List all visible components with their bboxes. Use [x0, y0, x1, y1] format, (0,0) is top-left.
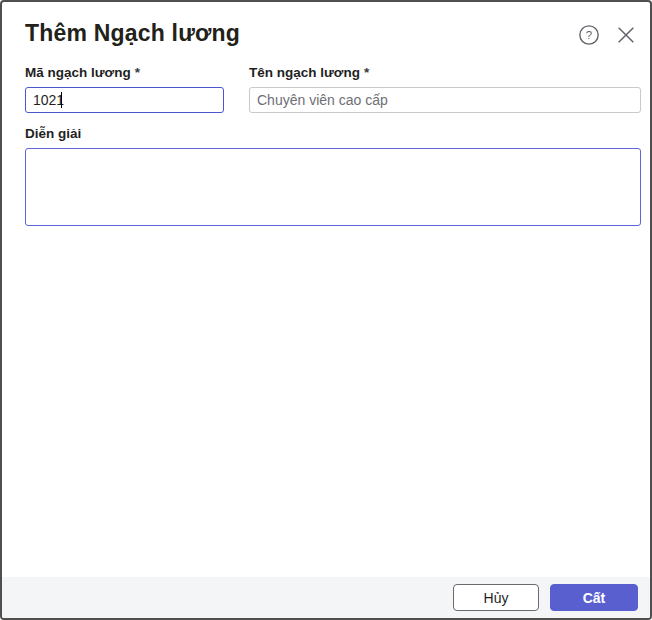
dialog-footer: Hủy Cất — [2, 577, 650, 618]
field-salary-grade-name: Tên ngạch lương* — [249, 65, 641, 113]
description-textarea[interactable] — [25, 148, 641, 226]
close-icon[interactable] — [614, 23, 638, 47]
salary-grade-name-input[interactable] — [249, 87, 641, 113]
page-title: Thêm Ngạch lương — [25, 20, 240, 47]
form-row-top: Mã ngạch lương* Tên ngạch lương* — [25, 65, 641, 113]
salary-grade-code-label: Mã ngạch lương* — [25, 65, 224, 80]
add-salary-grade-dialog: Thêm Ngạch lương ? Mã ngạch lương* — [0, 0, 652, 620]
salary-grade-name-label: Tên ngạch lương* — [249, 65, 641, 80]
save-button[interactable]: Cất — [550, 584, 638, 611]
empty-body-space — [2, 226, 650, 577]
description-label: Diễn giải — [25, 126, 641, 141]
text-caret — [61, 92, 62, 108]
header-icons: ? — [577, 20, 638, 47]
field-salary-grade-code: Mã ngạch lương* — [25, 65, 224, 113]
field-description: Diễn giải — [25, 126, 641, 226]
required-asterisk: * — [135, 65, 140, 80]
cancel-button[interactable]: Hủy — [453, 584, 539, 611]
dialog-header: Thêm Ngạch lương ? — [2, 2, 650, 57]
salary-grade-code-input-wrap — [25, 87, 224, 113]
help-icon[interactable]: ? — [577, 23, 601, 47]
circle-question-icon: ? — [578, 24, 600, 46]
x-icon — [615, 24, 637, 46]
salary-grade-code-input[interactable] — [25, 87, 224, 113]
svg-text:?: ? — [586, 29, 592, 41]
required-asterisk: * — [364, 65, 369, 80]
form-area: Mã ngạch lương* Tên ngạch lương* Diễn gi… — [2, 57, 650, 226]
